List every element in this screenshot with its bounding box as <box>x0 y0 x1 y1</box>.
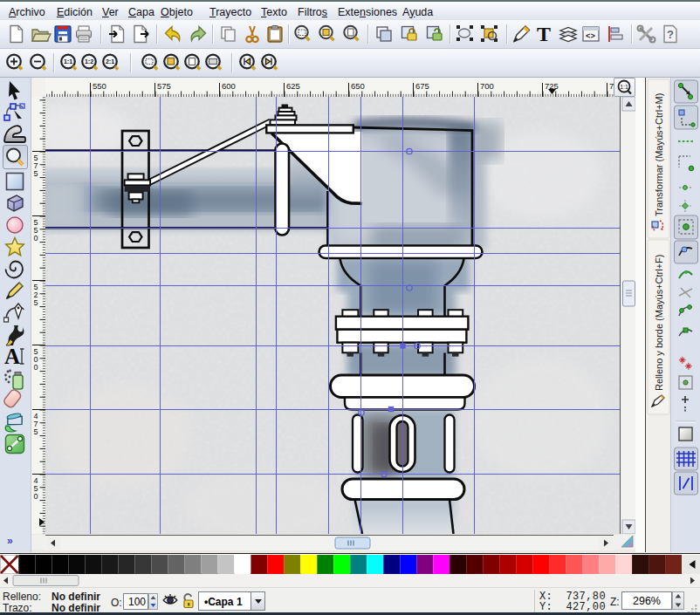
svg-text:A: A <box>4 345 20 368</box>
svg-text:?: ? <box>667 28 674 41</box>
svg-text:<>: <> <box>586 32 595 41</box>
svg-text:2:1: 2:1 <box>106 58 114 65</box>
svg-text:Transformar (Mayús+Ctrl+M): Transformar (Mayús+Ctrl+M) <box>654 93 664 216</box>
svg-text:1:1: 1:1 <box>620 84 628 90</box>
svg-text:650: 650 <box>351 81 365 91</box>
svg-text:T: T <box>537 24 551 44</box>
svg-text:575: 575 <box>157 81 171 91</box>
svg-text:5: 5 <box>33 169 38 178</box>
svg-text:625: 625 <box>286 81 300 91</box>
svg-text:1:1: 1:1 <box>64 58 72 65</box>
svg-text:600: 600 <box>222 81 236 91</box>
svg-text:550: 550 <box>93 81 106 91</box>
svg-text:0: 0 <box>33 363 38 372</box>
svg-text:5: 5 <box>33 298 38 307</box>
svg-text:5: 5 <box>33 427 38 436</box>
svg-text:1:2: 1:2 <box>85 58 93 65</box>
svg-text:0: 0 <box>33 234 38 243</box>
svg-text:0: 0 <box>33 492 38 501</box>
svg-text:700: 700 <box>480 81 494 91</box>
svg-text:675: 675 <box>415 81 429 91</box>
svg-text:Relleno y borde (Mayús+Ctrl+F): Relleno y borde (Mayús+Ctrl+F) <box>654 254 664 391</box>
